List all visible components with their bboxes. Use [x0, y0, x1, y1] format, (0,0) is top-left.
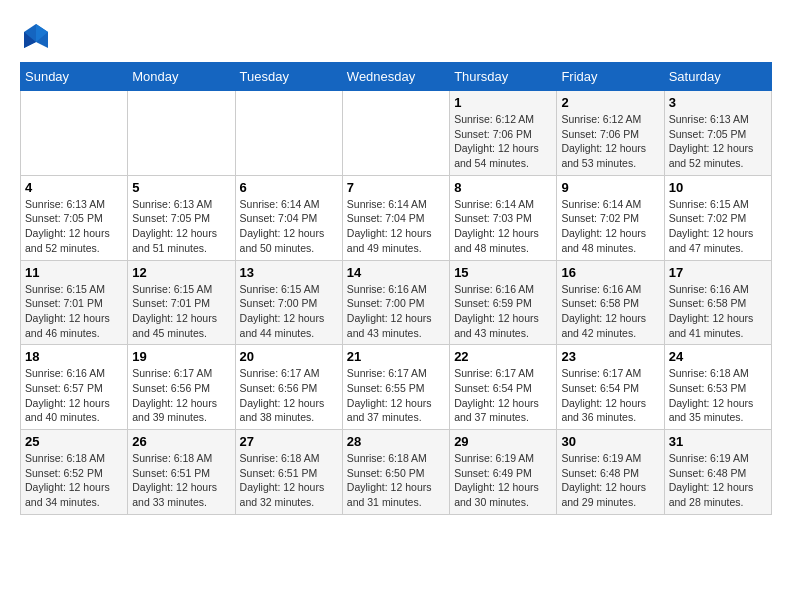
day-number: 31	[669, 434, 767, 449]
calendar-cell: 13Sunrise: 6:15 AM Sunset: 7:00 PM Dayli…	[235, 260, 342, 345]
logo-icon	[20, 20, 52, 52]
calendar-cell: 3Sunrise: 6:13 AM Sunset: 7:05 PM Daylig…	[664, 91, 771, 176]
day-number: 7	[347, 180, 445, 195]
day-number: 1	[454, 95, 552, 110]
day-number: 12	[132, 265, 230, 280]
calendar-cell: 6Sunrise: 6:14 AM Sunset: 7:04 PM Daylig…	[235, 175, 342, 260]
day-info: Sunrise: 6:16 AM Sunset: 6:58 PM Dayligh…	[561, 282, 659, 341]
day-number: 8	[454, 180, 552, 195]
calendar-cell: 20Sunrise: 6:17 AM Sunset: 6:56 PM Dayli…	[235, 345, 342, 430]
day-info: Sunrise: 6:19 AM Sunset: 6:48 PM Dayligh…	[561, 451, 659, 510]
day-number: 17	[669, 265, 767, 280]
calendar-cell: 21Sunrise: 6:17 AM Sunset: 6:55 PM Dayli…	[342, 345, 449, 430]
day-number: 23	[561, 349, 659, 364]
day-info: Sunrise: 6:15 AM Sunset: 7:01 PM Dayligh…	[132, 282, 230, 341]
calendar-cell: 25Sunrise: 6:18 AM Sunset: 6:52 PM Dayli…	[21, 430, 128, 515]
day-number: 21	[347, 349, 445, 364]
day-info: Sunrise: 6:15 AM Sunset: 7:00 PM Dayligh…	[240, 282, 338, 341]
calendar-cell	[128, 91, 235, 176]
day-info: Sunrise: 6:17 AM Sunset: 6:56 PM Dayligh…	[132, 366, 230, 425]
week-row-4: 18Sunrise: 6:16 AM Sunset: 6:57 PM Dayli…	[21, 345, 772, 430]
day-info: Sunrise: 6:16 AM Sunset: 6:58 PM Dayligh…	[669, 282, 767, 341]
day-number: 30	[561, 434, 659, 449]
calendar-cell: 2Sunrise: 6:12 AM Sunset: 7:06 PM Daylig…	[557, 91, 664, 176]
day-info: Sunrise: 6:17 AM Sunset: 6:55 PM Dayligh…	[347, 366, 445, 425]
calendar-cell: 1Sunrise: 6:12 AM Sunset: 7:06 PM Daylig…	[450, 91, 557, 176]
day-number: 11	[25, 265, 123, 280]
weekday-header-monday: Monday	[128, 63, 235, 91]
week-row-5: 25Sunrise: 6:18 AM Sunset: 6:52 PM Dayli…	[21, 430, 772, 515]
calendar-cell: 7Sunrise: 6:14 AM Sunset: 7:04 PM Daylig…	[342, 175, 449, 260]
day-info: Sunrise: 6:18 AM Sunset: 6:51 PM Dayligh…	[132, 451, 230, 510]
page-header	[20, 20, 772, 52]
day-number: 2	[561, 95, 659, 110]
calendar-cell	[21, 91, 128, 176]
day-info: Sunrise: 6:14 AM Sunset: 7:04 PM Dayligh…	[240, 197, 338, 256]
weekday-header-wednesday: Wednesday	[342, 63, 449, 91]
calendar-cell: 8Sunrise: 6:14 AM Sunset: 7:03 PM Daylig…	[450, 175, 557, 260]
day-info: Sunrise: 6:18 AM Sunset: 6:51 PM Dayligh…	[240, 451, 338, 510]
day-number: 13	[240, 265, 338, 280]
day-info: Sunrise: 6:17 AM Sunset: 6:54 PM Dayligh…	[454, 366, 552, 425]
calendar-cell	[235, 91, 342, 176]
day-info: Sunrise: 6:13 AM Sunset: 7:05 PM Dayligh…	[132, 197, 230, 256]
day-info: Sunrise: 6:15 AM Sunset: 7:01 PM Dayligh…	[25, 282, 123, 341]
weekday-header-row: SundayMondayTuesdayWednesdayThursdayFrid…	[21, 63, 772, 91]
weekday-header-tuesday: Tuesday	[235, 63, 342, 91]
weekday-header-sunday: Sunday	[21, 63, 128, 91]
day-info: Sunrise: 6:15 AM Sunset: 7:02 PM Dayligh…	[669, 197, 767, 256]
calendar-cell: 28Sunrise: 6:18 AM Sunset: 6:50 PM Dayli…	[342, 430, 449, 515]
calendar-cell: 22Sunrise: 6:17 AM Sunset: 6:54 PM Dayli…	[450, 345, 557, 430]
logo	[20, 20, 56, 52]
calendar-cell	[342, 91, 449, 176]
calendar-cell: 18Sunrise: 6:16 AM Sunset: 6:57 PM Dayli…	[21, 345, 128, 430]
day-number: 6	[240, 180, 338, 195]
weekday-header-thursday: Thursday	[450, 63, 557, 91]
calendar-cell: 24Sunrise: 6:18 AM Sunset: 6:53 PM Dayli…	[664, 345, 771, 430]
day-info: Sunrise: 6:12 AM Sunset: 7:06 PM Dayligh…	[561, 112, 659, 171]
day-info: Sunrise: 6:19 AM Sunset: 6:49 PM Dayligh…	[454, 451, 552, 510]
day-number: 20	[240, 349, 338, 364]
day-info: Sunrise: 6:14 AM Sunset: 7:02 PM Dayligh…	[561, 197, 659, 256]
day-info: Sunrise: 6:19 AM Sunset: 6:48 PM Dayligh…	[669, 451, 767, 510]
day-info: Sunrise: 6:18 AM Sunset: 6:53 PM Dayligh…	[669, 366, 767, 425]
weekday-header-saturday: Saturday	[664, 63, 771, 91]
calendar-body: 1Sunrise: 6:12 AM Sunset: 7:06 PM Daylig…	[21, 91, 772, 515]
day-number: 16	[561, 265, 659, 280]
calendar-cell: 4Sunrise: 6:13 AM Sunset: 7:05 PM Daylig…	[21, 175, 128, 260]
day-info: Sunrise: 6:14 AM Sunset: 7:03 PM Dayligh…	[454, 197, 552, 256]
day-number: 24	[669, 349, 767, 364]
day-info: Sunrise: 6:17 AM Sunset: 6:56 PM Dayligh…	[240, 366, 338, 425]
day-number: 28	[347, 434, 445, 449]
weekday-header-friday: Friday	[557, 63, 664, 91]
calendar-table: SundayMondayTuesdayWednesdayThursdayFrid…	[20, 62, 772, 515]
day-number: 15	[454, 265, 552, 280]
calendar-cell: 15Sunrise: 6:16 AM Sunset: 6:59 PM Dayli…	[450, 260, 557, 345]
week-row-1: 1Sunrise: 6:12 AM Sunset: 7:06 PM Daylig…	[21, 91, 772, 176]
day-info: Sunrise: 6:17 AM Sunset: 6:54 PM Dayligh…	[561, 366, 659, 425]
calendar-header: SundayMondayTuesdayWednesdayThursdayFrid…	[21, 63, 772, 91]
day-number: 5	[132, 180, 230, 195]
week-row-2: 4Sunrise: 6:13 AM Sunset: 7:05 PM Daylig…	[21, 175, 772, 260]
calendar-cell: 11Sunrise: 6:15 AM Sunset: 7:01 PM Dayli…	[21, 260, 128, 345]
day-number: 25	[25, 434, 123, 449]
calendar-cell: 9Sunrise: 6:14 AM Sunset: 7:02 PM Daylig…	[557, 175, 664, 260]
calendar-cell: 29Sunrise: 6:19 AM Sunset: 6:49 PM Dayli…	[450, 430, 557, 515]
calendar-cell: 26Sunrise: 6:18 AM Sunset: 6:51 PM Dayli…	[128, 430, 235, 515]
day-number: 22	[454, 349, 552, 364]
day-number: 3	[669, 95, 767, 110]
calendar-cell: 16Sunrise: 6:16 AM Sunset: 6:58 PM Dayli…	[557, 260, 664, 345]
calendar-cell: 14Sunrise: 6:16 AM Sunset: 7:00 PM Dayli…	[342, 260, 449, 345]
calendar-cell: 10Sunrise: 6:15 AM Sunset: 7:02 PM Dayli…	[664, 175, 771, 260]
day-number: 10	[669, 180, 767, 195]
day-info: Sunrise: 6:13 AM Sunset: 7:05 PM Dayligh…	[669, 112, 767, 171]
day-info: Sunrise: 6:14 AM Sunset: 7:04 PM Dayligh…	[347, 197, 445, 256]
day-info: Sunrise: 6:16 AM Sunset: 6:59 PM Dayligh…	[454, 282, 552, 341]
day-info: Sunrise: 6:18 AM Sunset: 6:52 PM Dayligh…	[25, 451, 123, 510]
calendar-cell: 27Sunrise: 6:18 AM Sunset: 6:51 PM Dayli…	[235, 430, 342, 515]
day-number: 18	[25, 349, 123, 364]
day-info: Sunrise: 6:12 AM Sunset: 7:06 PM Dayligh…	[454, 112, 552, 171]
calendar-cell: 30Sunrise: 6:19 AM Sunset: 6:48 PM Dayli…	[557, 430, 664, 515]
day-info: Sunrise: 6:16 AM Sunset: 7:00 PM Dayligh…	[347, 282, 445, 341]
week-row-3: 11Sunrise: 6:15 AM Sunset: 7:01 PM Dayli…	[21, 260, 772, 345]
